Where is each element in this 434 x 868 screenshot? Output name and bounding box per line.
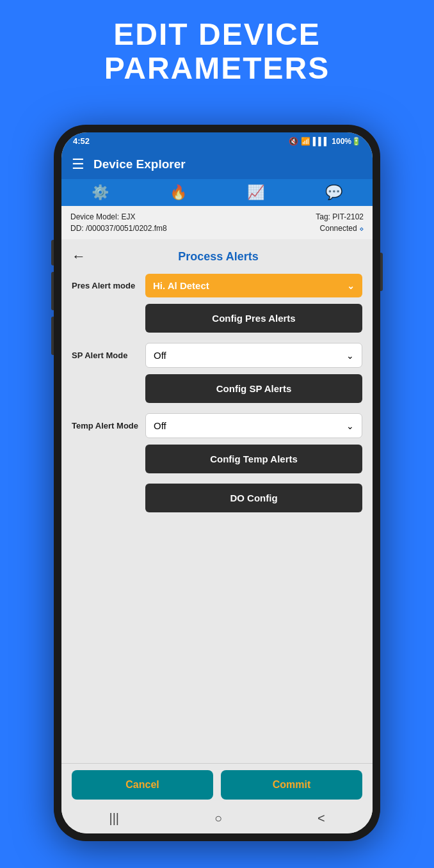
pres-alert-chevron: ⌄: [347, 281, 355, 291]
config-pres-alerts-button[interactable]: Config Pres Alerts: [145, 304, 362, 333]
do-config-button[interactable]: DO Config: [145, 484, 362, 512]
content-header: ← Process Alerts: [72, 248, 362, 265]
phone-vol-up-btn: [51, 240, 54, 265]
app-title: Device Explorer: [93, 157, 186, 171]
temp-alert-row: Temp Alert Mode Off ⌄: [72, 413, 362, 438]
temp-alert-chevron: ⌄: [346, 421, 354, 431]
temp-alert-section: Temp Alert Mode Off ⌄ Config Temp Alerts: [72, 413, 362, 480]
temp-alert-dropdown[interactable]: Off ⌄: [145, 413, 362, 438]
header-line1: EDIT DEVICE: [113, 17, 320, 51]
phone-frame: 4:52 🔇 📶 ▌▌▌ 100%🔋 ☰ Device Explorer ⚙️ …: [54, 125, 380, 841]
sp-alert-label: SP Alert Mode: [72, 351, 139, 360]
temp-alert-label: Temp Alert Mode: [72, 421, 139, 430]
pres-alert-section: Pres Alert mode Hi. Al Detect ⌄ Config P…: [72, 274, 362, 339]
tab-trend-icon[interactable]: 📈: [247, 184, 264, 201]
device-status: Connected ⬦: [316, 223, 364, 234]
phone-vol-down-btn: [51, 272, 54, 310]
config-temp-alerts-button[interactable]: Config Temp Alerts: [145, 445, 362, 473]
pres-alert-value: Hi. Al Detect: [153, 280, 209, 291]
phone-power-btn: [380, 253, 383, 291]
content-title: Process Alerts: [93, 250, 343, 264]
page-header: EDIT DEVICE PARAMETERS: [0, 0, 434, 99]
app-header: ☰ Device Explorer: [61, 150, 373, 179]
phone-screen: 4:52 🔇 📶 ▌▌▌ 100%🔋 ☰ Device Explorer ⚙️ …: [61, 132, 373, 833]
status-bar: 4:52 🔇 📶 ▌▌▌ 100%🔋: [61, 132, 373, 150]
dd-value: /000037/0051/0202.fm8: [86, 224, 167, 233]
phone-vol-down2-btn: [51, 317, 54, 355]
pres-alert-label: Pres Alert mode: [72, 281, 139, 290]
do-config-section: DO Config: [72, 484, 362, 519]
model-label: Device Model:: [70, 212, 119, 221]
tab-fire-icon[interactable]: 🔥: [170, 184, 187, 201]
connected-label: Connected: [320, 224, 357, 233]
battery-icon: 100%🔋: [332, 137, 361, 146]
nav-home[interactable]: ○: [214, 811, 222, 826]
config-sp-alerts-button[interactable]: Config SP Alerts: [145, 374, 362, 403]
device-info-left: Device Model: EJX DD: /000037/0051/0202.…: [70, 211, 167, 234]
tab-settings-icon[interactable]: ⚙️: [92, 184, 109, 201]
tag-value: PIT-2102: [332, 212, 364, 221]
status-time: 4:52: [73, 136, 90, 146]
mute-icon: 🔇: [289, 137, 298, 146]
sp-alert-chevron: ⌄: [346, 351, 354, 361]
tab-bar: ⚙️ 🔥 📈 💬: [61, 179, 373, 206]
device-dd: DD: /000037/0051/0202.fm8: [70, 223, 167, 234]
back-button[interactable]: ←: [72, 248, 86, 265]
nav-back[interactable]: <: [317, 811, 325, 826]
header-line2: PARAMETERS: [104, 51, 330, 85]
wifi-icon: 📶: [301, 137, 310, 146]
action-bar: Cancel Commit: [61, 763, 373, 806]
main-content: ← Process Alerts Pres Alert mode Hi. Al …: [61, 239, 373, 763]
model-value: EJX: [121, 212, 135, 221]
pres-alert-dropdown[interactable]: Hi. Al Detect ⌄: [145, 274, 362, 297]
sp-alert-value: Off: [154, 350, 166, 361]
pres-alert-row: Pres Alert mode Hi. Al Detect ⌄: [72, 274, 362, 297]
device-model: Device Model: EJX: [70, 211, 167, 223]
device-info-bar: Device Model: EJX DD: /000037/0051/0202.…: [61, 206, 373, 239]
status-icons: 🔇 📶 ▌▌▌ 100%🔋: [289, 137, 361, 146]
device-tag: Tag: PIT-2102: [316, 211, 364, 223]
sp-alert-section: SP Alert Mode Off ⌄ Config SP Alerts: [72, 343, 362, 409]
sp-alert-row: SP Alert Mode Off ⌄: [72, 343, 362, 368]
nav-bar: ||| ○ <: [61, 806, 373, 833]
sp-alert-dropdown[interactable]: Off ⌄: [145, 343, 362, 368]
tag-label: Tag:: [316, 212, 330, 221]
device-info-right: Tag: PIT-2102 Connected ⬦: [316, 211, 364, 234]
tab-messages-icon[interactable]: 💬: [325, 184, 342, 201]
bluetooth-icon: ⬦: [359, 224, 364, 233]
dd-label: DD:: [70, 224, 84, 233]
cancel-button[interactable]: Cancel: [72, 770, 213, 800]
temp-alert-value: Off: [154, 420, 166, 431]
signal-icon: ▌▌▌: [313, 137, 330, 146]
menu-icon[interactable]: ☰: [72, 156, 84, 173]
commit-button[interactable]: Commit: [221, 770, 362, 800]
nav-recent-apps[interactable]: |||: [109, 811, 119, 826]
